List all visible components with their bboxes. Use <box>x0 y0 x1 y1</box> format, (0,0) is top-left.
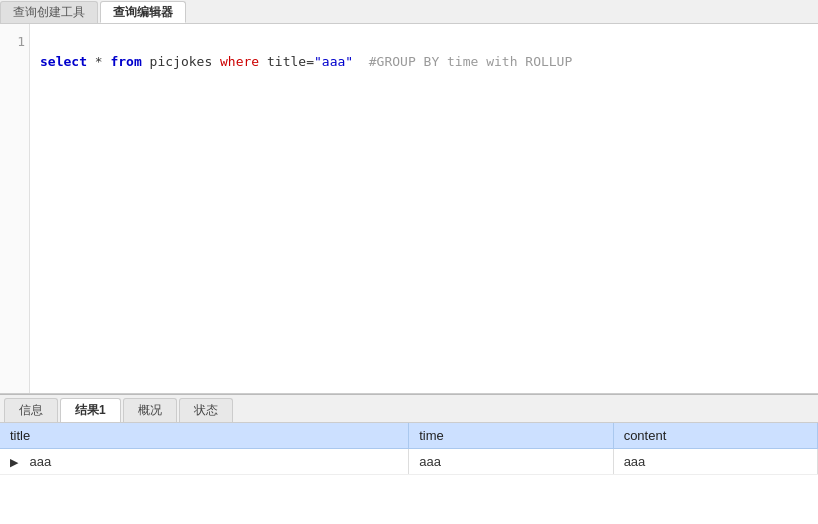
results-area: title time content ▶ aaa aaa aaa <box>0 423 818 524</box>
tab-results1[interactable]: 结果1 <box>60 398 121 422</box>
row-arrow-icon: ▶ <box>10 456 26 469</box>
cell-content: aaa <box>613 449 817 475</box>
table-body: ▶ aaa aaa aaa <box>0 449 818 475</box>
cell-time: aaa <box>409 449 613 475</box>
kw-select: select <box>40 54 87 69</box>
comment-group-by: #GROUP BY time with ROLLUP <box>369 54 573 69</box>
top-tab-bar: 查询创建工具 查询编辑器 <box>0 0 818 24</box>
col-header-title: title <box>0 423 409 449</box>
kw-where: where <box>220 54 259 69</box>
col-header-content: content <box>613 423 817 449</box>
table-header-row: title time content <box>0 423 818 449</box>
tab-overview[interactable]: 概况 <box>123 398 177 422</box>
tab-status[interactable]: 状态 <box>179 398 233 422</box>
col-header-time: time <box>409 423 613 449</box>
tab-query-editor[interactable]: 查询编辑器 <box>100 1 186 23</box>
line-numbers: 1 <box>0 24 30 393</box>
code-editor[interactable]: select * from picjokes where title="aaa"… <box>30 24 818 393</box>
cell-title: ▶ aaa <box>0 449 409 475</box>
bottom-tab-bar: 信息 结果1 概况 状态 <box>0 395 818 423</box>
table-row: ▶ aaa aaa aaa <box>0 449 818 475</box>
results-table: title time content ▶ aaa aaa aaa <box>0 423 818 475</box>
bottom-panel: 信息 结果1 概况 状态 title time content <box>0 394 818 524</box>
tab-query-builder[interactable]: 查询创建工具 <box>0 1 98 23</box>
tab-info[interactable]: 信息 <box>4 398 58 422</box>
editor-area: 1 select * from picjokes where title="aa… <box>0 24 818 394</box>
kw-from: from <box>110 54 141 69</box>
str-value: "aaa" <box>314 54 353 69</box>
